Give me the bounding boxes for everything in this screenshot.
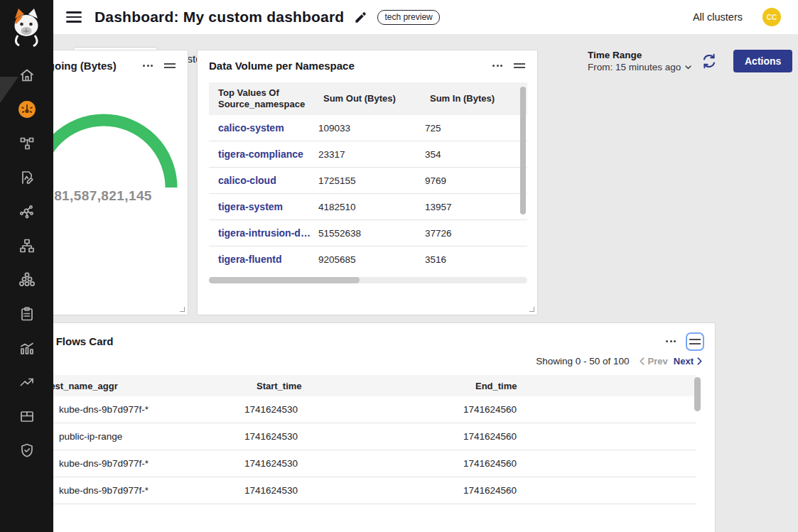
app-window: Dashboard: My custom dashboard tech prev…	[0, 0, 798, 532]
time-range-label: Time Range	[588, 50, 691, 60]
refresh-button[interactable]	[701, 53, 718, 72]
dest-name: public-ip-range	[59, 431, 122, 442]
sidebar-item-flow-visualizations[interactable]	[0, 195, 53, 229]
start-time: 1741624530	[244, 458, 463, 469]
sidebar-item-packages[interactable]	[0, 399, 53, 433]
sidebar-item-home[interactable]	[0, 58, 53, 92]
menu-hamburger-icon[interactable]	[66, 11, 82, 22]
namespace-link[interactable]: calico-system	[209, 122, 314, 134]
sidebar-item-compliance[interactable]	[0, 297, 53, 331]
edit-dashboard-button[interactable]	[354, 11, 367, 24]
table-row: public-ip-range 1741624530 1741624560	[31, 423, 696, 450]
card-resize-handle[interactable]	[180, 307, 185, 312]
sidebar-item-clusters[interactable]	[0, 263, 53, 297]
card-drag-handle-icon[interactable]	[512, 60, 527, 72]
end-time: 1741624560	[463, 431, 696, 442]
shield-check-icon	[18, 442, 36, 459]
start-time: 1741624530	[244, 404, 463, 415]
column-header: Sum In (Bytes)	[421, 89, 516, 109]
sum-in-value: 3516	[421, 254, 516, 265]
chevron-right-icon	[697, 357, 702, 365]
vertical-scrollbar-thumb[interactable]	[694, 377, 701, 411]
namespace-table: Top Values Of Source_namespace Sum Out (…	[209, 82, 527, 271]
column-header: End_time	[463, 381, 696, 391]
namespace-link[interactable]: tigera-intrusion-d…	[209, 227, 314, 239]
table-row: calico-cloud 1725155 9769	[209, 168, 527, 194]
sum-in-value: 354	[421, 149, 516, 160]
card-menu-ellipsis-icon[interactable]	[492, 62, 502, 70]
end-time: 1741624560	[463, 485, 696, 496]
calico-cat-logo[interactable]	[9, 7, 43, 48]
dest-name: kube-dns-9b7d977f-*	[59, 404, 149, 415]
dashboard-gauge-icon	[18, 100, 36, 119]
namespace-link[interactable]: calico-cloud	[209, 175, 314, 186]
table-row: tigera-compliance 23317 354	[209, 141, 527, 168]
end-time: 1741624560	[463, 458, 696, 469]
refresh-icon	[701, 53, 718, 70]
prev-page-button[interactable]: Prev	[640, 356, 668, 367]
clipboard-icon	[18, 305, 36, 322]
best-flows-card: Best Flows Card Showing 0 - 50 of 100 Pr…	[18, 322, 716, 532]
chevron-down-icon	[685, 65, 691, 70]
sum-in-value: 725	[421, 123, 516, 134]
table-row: kube-dns-9b7d977f-* 1741624530 174162456…	[31, 396, 696, 423]
card-drag-handle-icon-focused[interactable]	[686, 332, 704, 351]
next-page-button[interactable]: Next	[674, 356, 702, 367]
column-header: Top Values Of Source_namespace	[209, 83, 314, 114]
sum-out-value: 51552638	[314, 228, 421, 239]
table-header-row: Dest_name_aggr Start_time End_time	[31, 375, 696, 396]
end-time: 1741624560	[463, 404, 696, 415]
table-row: kube-dns-9b7d977f-* 1741624530 174162456…	[31, 477, 696, 504]
sidebar-item-security[interactable]	[0, 433, 53, 467]
table-row: tigera-intrusion-d… 51552638 37726	[209, 220, 527, 246]
sidebar-item-dashboard-active[interactable]	[0, 92, 53, 126]
namespace-link[interactable]: tigera-fluentd	[209, 254, 314, 265]
sidebar-nav	[0, 58, 53, 467]
trending-up-icon	[18, 374, 36, 391]
table-row: kube-dns-9b7d977f-* 1741624530 174162456…	[31, 450, 696, 477]
card-menu-ellipsis-icon[interactable]	[143, 62, 153, 70]
horizontal-scrollbar-thumb[interactable]	[209, 277, 360, 283]
sidebar-item-network-hierarchy[interactable]	[0, 229, 53, 263]
start-time: 1741624530	[244, 485, 463, 496]
sum-in-value: 37726	[421, 228, 516, 239]
actions-button[interactable]: Actions	[733, 50, 792, 72]
sum-out-value: 109033	[314, 123, 421, 134]
card-resize-handle[interactable]	[529, 307, 534, 312]
table-row: tigera-system 4182510 13957	[209, 194, 527, 220]
cluster-scope-selector[interactable]: All clusters	[693, 11, 743, 23]
user-avatar[interactable]: CC	[762, 8, 781, 26]
sum-out-value: 9205685	[314, 254, 421, 265]
sidebar-item-service-graph[interactable]	[0, 126, 53, 161]
column-header: Dest_name_aggr	[31, 381, 244, 391]
sum-in-value: 9769	[421, 175, 516, 186]
dest-name: kube-dns-9b7d977f-*	[59, 458, 149, 469]
table-header-row: Top Values Of Source_namespace Sum Out (…	[209, 82, 527, 115]
vertical-scrollbar-thumb[interactable]	[520, 87, 526, 215]
data-volume-card: Data Volume per Namespace Top Values Of …	[197, 50, 538, 315]
sidebar	[0, 0, 53, 532]
time-range-value: From: 15 minutes ago	[588, 62, 681, 72]
statistics-icon	[18, 340, 36, 357]
sidebar-item-statistics[interactable]	[0, 331, 53, 365]
time-range-selector[interactable]: Time Range From: 15 minutes ago	[588, 50, 691, 72]
tech-preview-badge: tech preview	[377, 10, 439, 25]
package-box-icon	[18, 408, 36, 425]
service-graph-icon	[18, 135, 36, 152]
pencil-icon	[354, 11, 367, 24]
horizontal-scrollbar[interactable]	[209, 277, 527, 283]
card-menu-ellipsis-icon[interactable]	[666, 337, 676, 345]
column-header: Start_time	[244, 381, 463, 391]
sidebar-item-trends[interactable]	[0, 365, 53, 399]
card-drag-handle-icon[interactable]	[163, 60, 177, 72]
sum-out-value: 4182510	[314, 202, 421, 212]
flows-table: Dest_name_aggr Start_time End_time kube-…	[31, 375, 696, 504]
page-title: Dashboard: My custom dashboard	[95, 9, 344, 26]
table-row: tigera-fluentd 9205685 3516	[209, 246, 527, 271]
sidebar-item-policies[interactable]	[0, 161, 53, 195]
namespace-link[interactable]: tigera-compliance	[209, 148, 314, 160]
namespace-link[interactable]: tigera-system	[209, 201, 314, 212]
sum-out-value: 23317	[314, 149, 421, 160]
column-header: Sum Out (Bytes)	[314, 89, 421, 109]
pagination-status: Showing 0 - 50 of 100	[536, 356, 629, 367]
